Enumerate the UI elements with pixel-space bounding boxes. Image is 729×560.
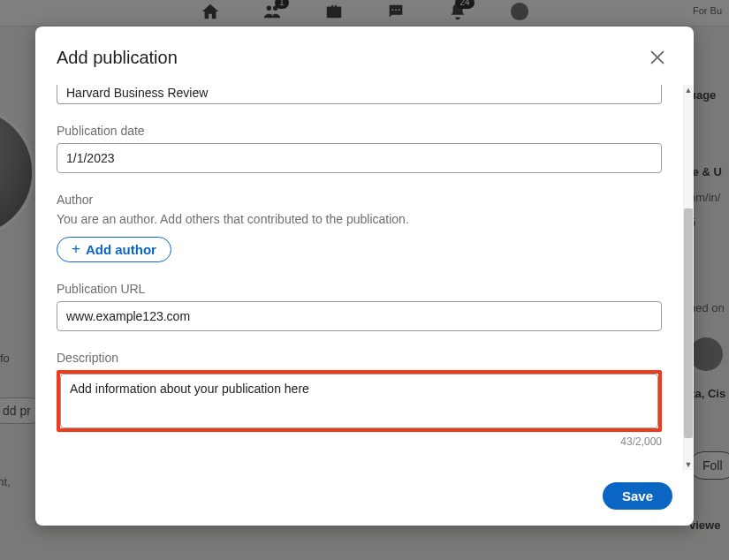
modal-body[interactable]: Publication date Author You are an autho… xyxy=(35,85,683,470)
profile-url-fragment: om/in/ xyxy=(689,189,729,208)
modal-footer: Save xyxy=(35,470,694,526)
messaging-icon xyxy=(386,2,406,25)
close-icon xyxy=(648,48,667,67)
network-badge: 1 xyxy=(275,0,289,9)
pvk-row-2: Muhamm WordPre xyxy=(689,542,729,560)
publication-url-input[interactable] xyxy=(57,301,662,331)
pvk-row-1 xyxy=(689,330,729,378)
add-author-label: Add author xyxy=(86,242,156,257)
modal-title: Add publication xyxy=(57,48,178,68)
close-button[interactable] xyxy=(642,42,672,72)
publication-url-label: Publication URL xyxy=(57,282,662,296)
svg-point-0 xyxy=(391,9,393,11)
languages-fragment: uage xyxy=(689,87,729,105)
modal-body-wrap: Publication date Author You are an autho… xyxy=(35,85,694,470)
description-label: Description xyxy=(57,351,662,365)
network-icon: 1 xyxy=(262,2,282,25)
top-nav: 1 24 xyxy=(0,0,729,26)
add-publication-modal: Add publication Publication date Author … xyxy=(35,26,694,526)
publication-url-field: Publication URL xyxy=(57,282,662,331)
modal-header: Add publication xyxy=(35,26,694,85)
assistant-fragment: stant, xyxy=(0,475,11,488)
avatar-small-1 xyxy=(689,337,723,371)
author-label: Author xyxy=(57,193,662,207)
profile-avatar-bg xyxy=(0,106,35,238)
author-field: Author You are an author. Add others tha… xyxy=(57,193,662,262)
save-button[interactable]: Save xyxy=(603,482,672,510)
home-icon xyxy=(201,2,220,25)
scrollbar-track[interactable]: ▲ ▼ xyxy=(683,85,694,470)
scroll-down-arrow-icon[interactable]: ▼ xyxy=(683,459,694,470)
scrollbar-thumb[interactable] xyxy=(684,208,693,438)
publication-date-label: Publication date xyxy=(57,124,662,138)
pvk-text-col: Muhamm WordPre xyxy=(696,549,729,560)
viewed-fragment: viewe xyxy=(689,517,729,535)
jobs-icon xyxy=(324,2,344,25)
me-avatar-icon xyxy=(510,2,529,25)
description-textarea[interactable] xyxy=(60,374,658,428)
five-fragment: 5 xyxy=(689,214,729,232)
add-author-button[interactable]: + Add author xyxy=(57,237,171,262)
svg-point-1 xyxy=(395,9,397,11)
publication-date-input[interactable] xyxy=(57,143,662,173)
description-field: Description 43/2,000 xyxy=(57,351,662,448)
description-highlight-box xyxy=(57,370,662,432)
svg-point-3 xyxy=(510,2,528,19)
author-subtext: You are an author. Add others that contr… xyxy=(57,212,662,226)
svg-point-2 xyxy=(398,9,399,11)
publisher-input[interactable] xyxy=(57,85,662,104)
notifications-badge: 24 xyxy=(455,0,474,9)
muhammad-fragment: Muhamm xyxy=(696,556,729,560)
publication-date-field: Publication date xyxy=(57,124,662,173)
description-char-count: 43/2,000 xyxy=(57,435,662,448)
right-rail-bg: uage le & U om/in/ 5 ned on za, Cis Foll… xyxy=(689,79,729,560)
scroll-up-arrow-icon[interactable]: ▲ xyxy=(683,85,694,95)
za-cisco-fragment: za, Cis xyxy=(689,385,729,404)
notifications-icon: 24 xyxy=(448,2,467,25)
ned-on-fragment: ned on xyxy=(689,299,729,318)
follow-button-bg: Foll xyxy=(689,451,729,480)
info-fragment: fo xyxy=(0,352,10,365)
profile-url-heading-fragment: le & U xyxy=(689,163,729,182)
for-business-text: For Bu xyxy=(693,5,722,16)
plus-icon: + xyxy=(72,243,80,255)
